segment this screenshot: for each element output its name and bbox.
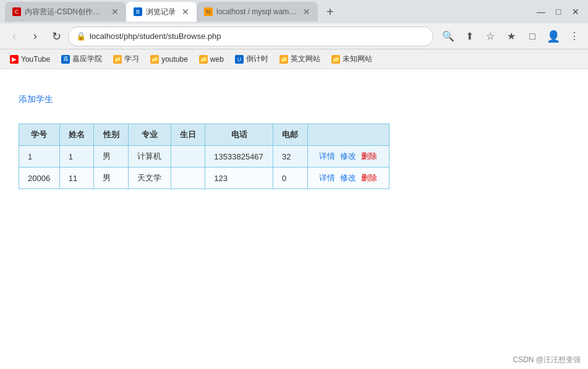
bookmark-youtube-label: YouTube bbox=[21, 55, 50, 64]
new-tab-button[interactable]: + bbox=[322, 2, 339, 22]
bookmark-icon[interactable]: ☆ bbox=[482, 28, 499, 45]
bookmark-jiayin-label: 嘉应学院 bbox=[72, 54, 102, 64]
address-text: localhost/php/student/stuBrowse.php bbox=[90, 32, 425, 41]
nav-bar: ‹ › ↻ 🔒 localhost/php/student/stuBrowse.… bbox=[0, 23, 588, 49]
footer-text: CSDN @汪汪想变强 bbox=[513, 355, 581, 364]
add-student-link[interactable]: 添加学生 bbox=[19, 94, 53, 105]
maximize-button[interactable]: □ bbox=[551, 4, 566, 19]
bookmark-web[interactable]: 📁 web bbox=[194, 54, 229, 65]
cell-2: 男 bbox=[94, 146, 129, 168]
bookmark-youtube[interactable]: ▶ YouTube bbox=[5, 54, 55, 65]
profile-icon[interactable]: 👤 bbox=[545, 28, 562, 45]
cell-4 bbox=[171, 146, 205, 168]
table-row: 2000611男天文学1230详情修改删除 bbox=[19, 168, 390, 189]
delete-link[interactable]: 删除 bbox=[361, 151, 377, 161]
tab-mysql[interactable]: M localhost / mysql wampserver ✕ bbox=[197, 2, 318, 22]
bookmark-web-label: web bbox=[210, 55, 224, 64]
folder-icon-web: 📁 bbox=[199, 55, 208, 64]
col-header-gender: 性别 bbox=[94, 124, 129, 146]
tab-csdn[interactable]: C 内容营运-CSDN创作中心 ✕ bbox=[5, 2, 126, 22]
tab-title-browse: 浏览记录 bbox=[146, 7, 176, 17]
cell-6: 32 bbox=[273, 146, 307, 168]
youtube-icon: ▶ bbox=[10, 55, 19, 64]
cell-2: 男 bbox=[94, 168, 129, 189]
bookmark-unknown-label: 未知网站 bbox=[343, 54, 372, 64]
share-icon[interactable]: ⬆ bbox=[461, 28, 478, 45]
student-table: 学号 姓名 性别 专业 生日 电话 电邮 11男计算机1353382546732… bbox=[19, 124, 390, 189]
detail-link[interactable]: 详情 bbox=[319, 151, 335, 161]
close-button[interactable]: ✕ bbox=[568, 4, 583, 19]
forward-button[interactable]: › bbox=[26, 27, 45, 46]
cell-actions: 详情修改删除 bbox=[307, 168, 389, 189]
header-row: 学号 姓名 性别 专业 生日 电话 电邮 bbox=[19, 124, 390, 146]
col-header-major: 专业 bbox=[129, 124, 171, 146]
delete-link[interactable]: 删除 bbox=[361, 173, 377, 182]
page-content: 添加学生 学号 姓名 性别 专业 生日 电话 电邮 11男计算机13533825… bbox=[0, 69, 588, 351]
bookmark-countdown-label: 倒计时 bbox=[246, 54, 268, 64]
minimize-button[interactable]: — bbox=[534, 4, 548, 19]
cell-0: 20006 bbox=[19, 168, 60, 189]
bookmark-english[interactable]: 📁 英文网站 bbox=[275, 53, 325, 66]
cell-5: 13533825467 bbox=[205, 146, 273, 168]
bookmark-youtube2-label: youtube bbox=[161, 55, 188, 64]
folder-icon-study: 📁 bbox=[113, 55, 122, 64]
bookmark-english-label: 英文网站 bbox=[291, 54, 320, 64]
bookmark-study-label: 学习 bbox=[124, 54, 139, 64]
extension-icon[interactable]: ★ bbox=[503, 28, 520, 45]
col-header-name: 姓名 bbox=[59, 124, 94, 146]
cell-0: 1 bbox=[19, 146, 60, 168]
col-header-phone: 电话 bbox=[205, 124, 273, 146]
tab-close-mysql[interactable]: ✕ bbox=[303, 7, 310, 17]
folder-icon-youtube: 📁 bbox=[150, 55, 159, 64]
tab-title-csdn: 内容营运-CSDN创作中心 bbox=[25, 7, 105, 17]
table-body: 11男计算机1353382546732详情修改删除2000611男天文学1230… bbox=[19, 146, 390, 189]
cell-5: 123 bbox=[205, 168, 273, 189]
bookmark-unknown[interactable]: 📁 未知网站 bbox=[326, 53, 377, 66]
browser-frame: C 内容营运-CSDN创作中心 ✕ B 浏览记录 ✕ M localhost /… bbox=[0, 0, 588, 369]
tab-title-mysql: localhost / mysql wampserver bbox=[216, 7, 297, 16]
detail-link[interactable]: 详情 bbox=[319, 173, 335, 182]
col-header-birthday: 生日 bbox=[171, 124, 205, 146]
tab-browse[interactable]: B 浏览记录 ✕ bbox=[126, 2, 197, 22]
tab-icon-mysql: M bbox=[204, 7, 213, 16]
tab-close-browse[interactable]: ✕ bbox=[182, 7, 189, 17]
col-header-actions bbox=[307, 124, 389, 146]
col-header-id: 学号 bbox=[19, 124, 60, 146]
folder-icon-unknown: 📁 bbox=[331, 55, 340, 64]
edit-link[interactable]: 修改 bbox=[340, 173, 356, 182]
table-row: 11男计算机1353382546732详情修改删除 bbox=[19, 146, 390, 168]
menu-icon[interactable]: ⋮ bbox=[566, 28, 583, 45]
tab-icon-browse: B bbox=[134, 7, 142, 16]
cell-actions: 详情修改删除 bbox=[307, 146, 389, 168]
jiayin-icon: 嘉 bbox=[61, 55, 70, 64]
bookmark-youtube2[interactable]: 📁 youtube bbox=[145, 54, 193, 65]
bookmarks-bar: ▶ YouTube 嘉 嘉应学院 📁 学习 📁 youtube 📁 web U … bbox=[0, 49, 588, 69]
folder-icon-english: 📁 bbox=[279, 55, 288, 64]
cell-3: 天文学 bbox=[129, 168, 171, 189]
lock-icon: 🔒 bbox=[76, 32, 86, 41]
table-header: 学号 姓名 性别 专业 生日 电话 电邮 bbox=[19, 124, 390, 146]
bookmark-countdown[interactable]: U 倒计时 bbox=[230, 53, 273, 66]
split-icon[interactable]: □ bbox=[524, 28, 541, 45]
bookmark-study[interactable]: 📁 学习 bbox=[108, 53, 144, 66]
tab-icon-csdn: C bbox=[12, 7, 21, 16]
reload-button[interactable]: ↻ bbox=[47, 27, 66, 46]
cell-1: 1 bbox=[59, 146, 94, 168]
page-footer: CSDN @汪汪想变强 bbox=[0, 351, 588, 369]
title-bar: C 内容营运-CSDN创作中心 ✕ B 浏览记录 ✕ M localhost /… bbox=[0, 0, 588, 23]
address-bar[interactable]: 🔒 localhost/php/student/stuBrowse.php bbox=[68, 27, 433, 46]
cell-6: 0 bbox=[273, 168, 307, 189]
search-icon[interactable]: 🔍 bbox=[440, 28, 457, 45]
col-header-email: 电邮 bbox=[273, 124, 307, 146]
window-controls: — □ ✕ bbox=[534, 4, 583, 19]
cell-1: 11 bbox=[59, 168, 94, 189]
bookmark-jiayin[interactable]: 嘉 嘉应学院 bbox=[56, 53, 107, 66]
back-button[interactable]: ‹ bbox=[5, 27, 23, 46]
nav-icons: 🔍 ⬆ ☆ ★ □ 👤 ⋮ bbox=[440, 28, 583, 45]
tab-close-csdn[interactable]: ✕ bbox=[111, 7, 119, 17]
countdown-icon: U bbox=[235, 55, 244, 64]
cell-3: 计算机 bbox=[129, 146, 171, 168]
edit-link[interactable]: 修改 bbox=[340, 151, 356, 161]
cell-4 bbox=[171, 168, 205, 189]
